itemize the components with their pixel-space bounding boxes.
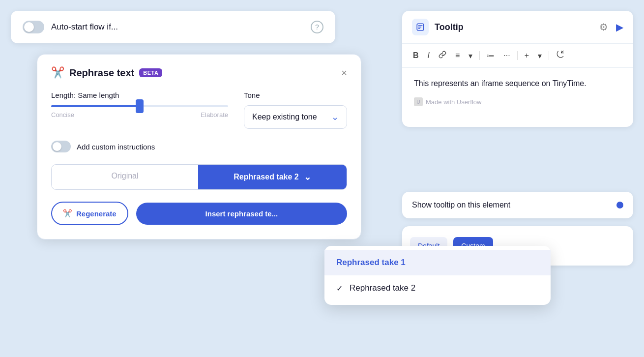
toolbar-italic[interactable]: I: [425, 49, 433, 62]
custom-instructions-toggle[interactable]: [51, 141, 71, 152]
blue-dot-toggle[interactable]: [616, 202, 623, 208]
userflow-label: Made with Userflow: [426, 98, 481, 106]
userflow-icon: U: [414, 97, 423, 106]
length-label: Length: Same length: [51, 91, 228, 99]
toolbar-divider-3: [549, 51, 549, 60]
toolbar-more[interactable]: ···: [500, 49, 513, 62]
rephrase-icon: ✂️: [51, 66, 64, 79]
dropdown-item-1[interactable]: Rephrased take 1: [324, 250, 551, 275]
rephrase-dialog: ✂️ Rephrase text BETA × Length: Same len…: [37, 54, 361, 239]
toolbar-plus-chevron[interactable]: ▾: [535, 49, 545, 62]
regenerate-button[interactable]: ✂️ Regenerate: [51, 202, 128, 225]
toolbar-align[interactable]: ≡: [452, 49, 463, 62]
length-section: Length: Same length Concise Elaborate: [51, 91, 228, 119]
checkmark-icon: ✓: [336, 284, 343, 293]
tab-rephrased[interactable]: Rephrased take 2 ⌄: [198, 165, 347, 189]
toggle-knob: [24, 22, 34, 32]
auto-start-label: Auto-start flow if...: [51, 22, 118, 32]
toolbar-link[interactable]: [436, 49, 449, 62]
editor-content: This represents an iframe sequence on Ti…: [402, 68, 633, 127]
custom-instructions-row: Add custom instructions: [51, 141, 347, 152]
dialog-title: Rephrase text: [69, 67, 134, 79]
play-icon[interactable]: ▶: [616, 21, 623, 33]
show-tooltip-section: Show tooltip on this element: [402, 192, 633, 218]
slider-elaborate-label: Elaborate: [201, 111, 228, 119]
regenerate-label: Regenerate: [76, 209, 117, 218]
slider-thumb[interactable]: [136, 99, 144, 113]
tab-original[interactable]: Original: [52, 165, 198, 189]
toolbar-align-chevron[interactable]: ▾: [466, 49, 475, 62]
toolbar-magic[interactable]: [553, 49, 567, 62]
toggle-sm-knob: [53, 142, 61, 151]
help-icon[interactable]: ?: [311, 21, 323, 33]
slider-fill: [51, 105, 140, 107]
insert-button[interactable]: Insert rephrased te...: [136, 203, 347, 225]
toolbar-list[interactable]: ≔: [484, 49, 498, 62]
toolbar-plus[interactable]: +: [522, 49, 532, 62]
tab-chevron-icon: ⌄: [304, 172, 311, 182]
tooltip-panel: Tooltip ⚙ ▶ B I ≡ ▾ ≔ ··· + ▾: [402, 11, 633, 127]
userflow-attribution: U Made with Userflow: [414, 97, 621, 106]
dialog-header: ✂️ Rephrase text BETA ×: [51, 66, 347, 79]
chevron-down-icon: ⌄: [331, 112, 339, 122]
toolbar-divider-2: [517, 51, 518, 60]
tooltip-actions: ⚙ ▶: [599, 21, 623, 33]
regenerate-icon: ✂️: [63, 209, 72, 218]
dropdown-item-2[interactable]: ✓ Rephrased take 2: [324, 275, 551, 301]
tone-section: Tone Keep existing tone ⌄: [244, 91, 347, 129]
slider-track: [51, 105, 228, 107]
tone-dropdown[interactable]: Keep existing tone ⌄: [244, 105, 347, 129]
editor-toolbar: B I ≡ ▾ ≔ ··· + ▾: [402, 44, 633, 68]
dialog-title-group: ✂️ Rephrase text BETA: [51, 66, 162, 79]
tone-dropdown-value: Keep existing tone: [252, 113, 317, 121]
beta-badge: BETA: [139, 68, 162, 77]
tooltip-doc-icon: [412, 19, 429, 35]
close-button[interactable]: ×: [341, 68, 347, 78]
dropdown-menu: Rephrased take 1 ✓ Rephrased take 2: [324, 246, 551, 305]
custom-instructions-label: Add custom instructions: [77, 143, 155, 151]
tooltip-title-group: Tooltip: [412, 19, 464, 35]
tab-bar: Original Rephrased take 2 ⌄: [51, 164, 347, 190]
toolbar-divider-1: [479, 51, 480, 60]
actions-row: ✂️ Regenerate Insert rephrased te...: [51, 202, 347, 225]
toolbar-bold[interactable]: B: [410, 49, 422, 62]
slider-concise-label: Concise: [51, 111, 74, 119]
auto-start-card: Auto-start flow if... ?: [11, 11, 335, 43]
tooltip-header: Tooltip ⚙ ▶: [402, 11, 633, 44]
dropdown-item-1-label: Rephrased take 1: [336, 258, 406, 268]
tab-rephrased-label: Rephrased take 2: [234, 173, 299, 181]
tone-label: Tone: [244, 91, 347, 99]
tooltip-title: Tooltip: [435, 22, 464, 32]
dropdown-item-2-label: Rephrased take 2: [350, 283, 415, 293]
controls-row: Length: Same length Concise Elaborate To…: [51, 91, 347, 129]
svg-line-4: [561, 51, 564, 53]
auto-start-toggle[interactable]: [23, 21, 44, 33]
show-tooltip-label: Show tooltip on this element: [412, 201, 510, 209]
gear-icon[interactable]: ⚙: [599, 21, 608, 33]
editor-text[interactable]: This represents an iframe sequence on Ti…: [414, 78, 621, 89]
